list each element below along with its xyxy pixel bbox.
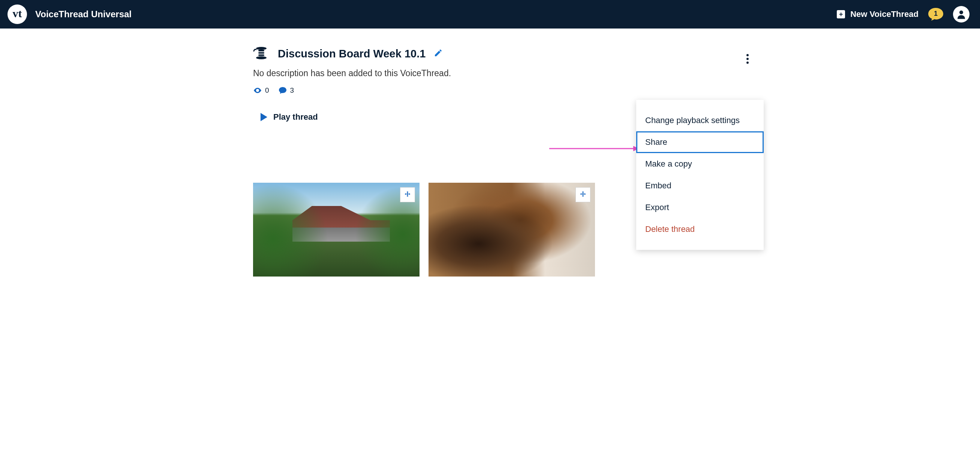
slide-thumbnail[interactable] [428,183,595,276]
header-left: vt VoiceThread Universal [8,5,132,24]
user-menu-button[interactable] [953,6,969,22]
menu-change-playback[interactable]: Change playback settings [636,110,764,131]
thread-icon [253,46,270,61]
svg-point-5 [256,56,267,59]
views-count: 0 [265,86,269,94]
logo-text: vt [13,7,22,20]
move-handle[interactable] [576,187,590,202]
play-icon [261,113,267,121]
slide-thumbnail[interactable] [253,183,420,276]
svg-rect-4 [258,54,264,56]
new-voicethread-button[interactable]: + New VoiceThread [837,10,918,19]
thread-description: No description has been added to this Vo… [253,68,764,78]
plus-icon: + [837,10,845,18]
eye-icon [253,86,262,95]
move-icon [579,191,587,199]
svg-rect-3 [258,52,264,54]
svg-point-6 [257,90,258,91]
svg-point-1 [256,47,267,50]
menu-make-copy[interactable]: Make a copy [636,153,764,175]
svg-point-7 [746,54,749,56]
user-icon [956,9,967,20]
menu-embed[interactable]: Embed [636,175,764,197]
comment-icon [278,86,287,95]
svg-point-9 [746,62,749,64]
comments-stat: 3 [278,86,294,95]
svg-point-8 [746,58,749,60]
move-handle[interactable] [400,187,415,202]
app-name: VoiceThread Universal [35,9,132,19]
new-voicethread-label: New VoiceThread [850,10,918,19]
thread-title: Discussion Board Week 10.1 [278,48,426,60]
main-content: Discussion Board Week 10.1 No descriptio… [216,29,764,276]
notification-count: 1 [934,10,938,18]
annotation-arrow [549,145,639,152]
title-row: Discussion Board Week 10.1 [253,46,764,61]
notifications-button[interactable]: 1 [928,7,944,21]
views-stat: 0 [253,86,269,95]
vertical-dots-icon [746,54,749,64]
header-right: + New VoiceThread 1 [837,6,969,22]
menu-delete-thread[interactable]: Delete thread [636,218,764,240]
move-icon [403,191,412,199]
menu-export[interactable]: Export [636,197,764,218]
pencil-icon [434,48,443,57]
svg-rect-2 [258,50,264,51]
options-menu: Change playback settings Share Make a co… [636,100,764,250]
app-logo[interactable]: vt [8,5,27,24]
play-label: Play thread [273,112,318,122]
top-header: vt VoiceThread Universal + New VoiceThre… [0,0,980,29]
comments-count: 3 [290,86,294,94]
stats-row: 0 3 [253,86,764,95]
menu-share[interactable]: Share [636,131,764,153]
more-options-button[interactable] [744,52,751,67]
edit-title-button[interactable] [434,48,443,59]
svg-point-0 [959,11,963,14]
